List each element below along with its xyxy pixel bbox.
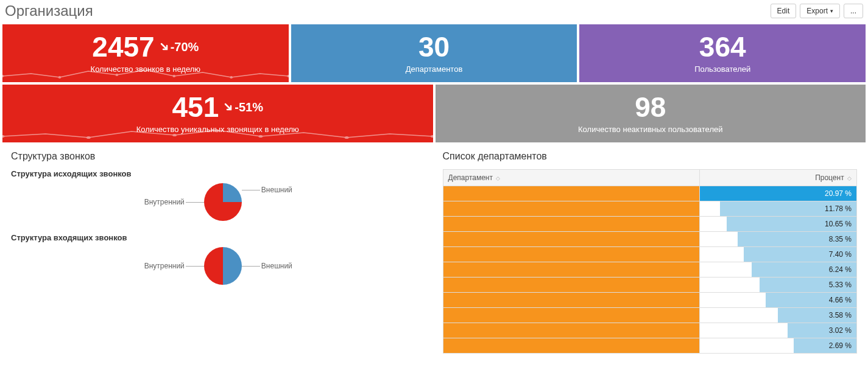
table-row[interactable]: 20.97 % xyxy=(443,186,857,201)
svg-point-8 xyxy=(172,134,177,136)
cell-department xyxy=(443,186,699,201)
sparkline-icon xyxy=(2,65,289,82)
percent-value: 11.78 % xyxy=(700,202,856,215)
overflow-button[interactable]: ... xyxy=(844,4,863,18)
table-row[interactable]: 2.69 % xyxy=(443,338,857,354)
kpi-unique-callers[interactable]: 451 -51%Количество уникальных звонящих в… xyxy=(2,85,433,142)
cell-department xyxy=(443,217,699,232)
kpi-label: Пользователей xyxy=(579,65,866,74)
svg-point-10 xyxy=(345,136,349,139)
table-row[interactable]: 3.02 % xyxy=(443,323,857,338)
percent-value: 6.24 % xyxy=(700,263,856,276)
pie-outgoing: Внутренний Внешний xyxy=(11,183,426,221)
svg-point-11 xyxy=(431,135,433,138)
cell-percent: 3.58 % xyxy=(699,308,856,323)
cell-department xyxy=(443,201,699,217)
page-title: Организация xyxy=(5,2,93,19)
edit-button[interactable]: Edit xyxy=(771,4,797,18)
cell-percent: 10.65 % xyxy=(699,217,856,232)
incoming-subtitle: Структура входящих звонков xyxy=(11,233,426,242)
call-structure-title: Структура звонков xyxy=(11,151,426,162)
department-table: Департамент ◇ Процент ◇ 20.97 %11.78 %10… xyxy=(443,169,858,354)
svg-point-3 xyxy=(172,75,175,77)
col-header-percent[interactable]: Процент ◇ xyxy=(699,170,856,186)
label-internal-out: Внутренний xyxy=(144,198,204,206)
kpi-delta: -70% xyxy=(160,40,199,54)
kpi-value: 451 -51% xyxy=(172,91,263,124)
cell-department xyxy=(443,262,699,278)
table-row[interactable]: 11.78 % xyxy=(443,201,857,217)
svg-point-6 xyxy=(2,135,5,138)
svg-point-0 xyxy=(2,75,4,77)
header-actions: Edit Export ▾ ... xyxy=(771,4,863,18)
kpi-inactive-users[interactable]: 98 Количество неактивных пользователей xyxy=(436,85,866,142)
kpi-label: Количество неактивных пользователей xyxy=(436,125,866,134)
cell-department xyxy=(443,338,699,354)
percent-value: 7.40 % xyxy=(700,248,856,261)
kpi-value: 364 xyxy=(699,30,746,63)
chevron-down-icon: ▾ xyxy=(830,8,833,14)
cell-department xyxy=(443,232,699,247)
cell-percent: 7.40 % xyxy=(699,247,856,262)
table-row[interactable]: 7.40 % xyxy=(443,247,857,262)
cell-department xyxy=(443,278,699,293)
panel-call-structure: Структура звонков Структура исходящих зв… xyxy=(2,142,434,362)
table-row[interactable]: 5.33 % xyxy=(443,278,857,293)
cell-department xyxy=(443,308,699,323)
percent-value: 4.66 % xyxy=(700,293,856,307)
outgoing-subtitle: Структура исходящих звонков xyxy=(11,169,426,178)
export-button[interactable]: Export ▾ xyxy=(800,4,840,18)
pie-incoming: Внутренний Внешний xyxy=(11,247,426,285)
kpi-label: Департаментов xyxy=(291,65,577,74)
percent-value: 20.97 % xyxy=(700,187,856,200)
label-external-out: Внешний xyxy=(242,186,292,194)
kpi-row-bottom: 451 -51%Количество уникальных звонящих в… xyxy=(0,85,868,142)
svg-point-7 xyxy=(86,136,91,139)
table-row[interactable]: 10.65 % xyxy=(443,217,857,232)
percent-value: 3.58 % xyxy=(700,309,856,322)
cell-percent: 3.02 % xyxy=(699,323,856,338)
kpi-delta: -51% xyxy=(224,100,263,114)
kpi-value: 2457 -70% xyxy=(92,30,199,63)
percent-value: 5.33 % xyxy=(700,278,856,291)
label-internal-in: Внутренний xyxy=(144,262,204,270)
kpi-departments[interactable]: 30 Департаментов xyxy=(291,24,577,82)
table-row[interactable]: 6.24 % xyxy=(443,262,857,278)
svg-point-5 xyxy=(287,75,288,77)
cell-percent: 20.97 % xyxy=(699,186,856,201)
col-header-department[interactable]: Департамент ◇ xyxy=(443,170,699,186)
arrow-down-right-icon xyxy=(224,102,233,112)
label-external-in: Внешний xyxy=(242,262,292,270)
kpi-value: 30 xyxy=(418,30,450,63)
kpi-calls-week[interactable]: 2457 -70%Количество звонков в неделю xyxy=(2,24,289,82)
cell-percent: 11.78 % xyxy=(699,201,856,217)
arrow-down-right-icon xyxy=(160,42,169,52)
cell-percent: 5.33 % xyxy=(699,278,856,293)
pie-chart-outgoing[interactable] xyxy=(204,183,242,221)
panel-department-list: Список департаментов Департамент ◇ Проце… xyxy=(434,142,866,362)
cell-percent: 6.24 % xyxy=(699,262,856,278)
dept-list-title: Список департаментов xyxy=(443,151,858,162)
svg-point-9 xyxy=(258,135,263,138)
cell-department xyxy=(443,293,699,308)
cell-percent: 8.35 % xyxy=(699,232,856,247)
table-row[interactable]: 4.66 % xyxy=(443,293,857,308)
percent-value: 8.35 % xyxy=(700,232,856,246)
svg-point-1 xyxy=(58,76,62,79)
cell-department xyxy=(443,323,699,338)
table-row[interactable]: 8.35 % xyxy=(443,232,857,247)
percent-value: 2.69 % xyxy=(700,339,856,352)
sort-icon: ◇ xyxy=(847,175,852,181)
cell-percent: 2.69 % xyxy=(699,338,856,354)
svg-point-4 xyxy=(230,76,233,79)
export-button-label: Export xyxy=(806,7,828,15)
svg-point-2 xyxy=(116,74,119,76)
pie-chart-incoming[interactable] xyxy=(204,247,242,285)
sparkline-icon xyxy=(2,125,433,142)
cell-department xyxy=(443,247,699,262)
kpi-row-top: 2457 -70%Количество звонков в неделю30 Д… xyxy=(0,24,868,82)
table-row[interactable]: 3.58 % xyxy=(443,308,857,323)
kpi-users[interactable]: 364 Пользователей xyxy=(579,24,866,82)
cell-percent: 4.66 % xyxy=(699,293,856,308)
kpi-value: 98 xyxy=(635,91,666,124)
